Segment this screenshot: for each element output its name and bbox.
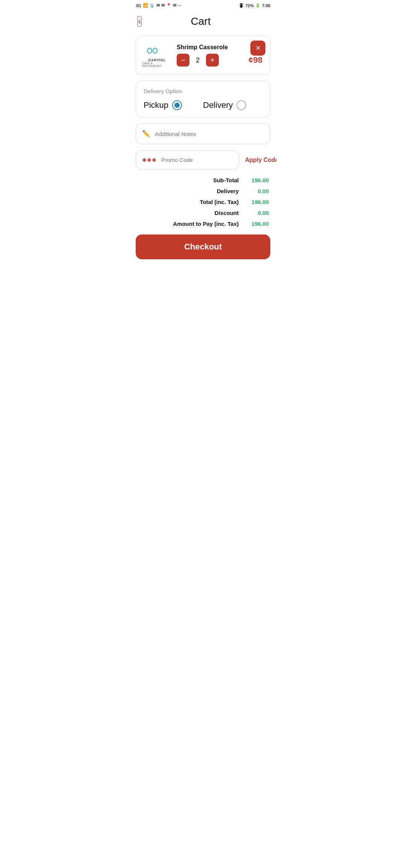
summary-label: Delivery	[217, 188, 239, 194]
apply-code-button[interactable]: Apply Code	[244, 154, 276, 166]
item-price: ¢98	[248, 55, 264, 65]
mail-icon-3: ✉	[173, 3, 176, 8]
pencil-icon: ✏️	[142, 130, 150, 138]
pickup-radio[interactable]	[172, 100, 182, 110]
qty-controls: − 2 + ¢98	[177, 54, 264, 67]
more-icon: ···	[178, 3, 181, 8]
summary-row: Total (inc. Tax)196.00	[137, 199, 269, 205]
pickup-label: Pickup	[144, 100, 168, 110]
delivery-label: Delivery	[203, 100, 233, 110]
restaurant-subtext: CAFE & RESTAURANT	[142, 62, 172, 67]
summary-row: Delivery0.00	[137, 188, 269, 194]
promo-icon: ✱✱✱	[142, 157, 157, 163]
summary-value: 0.00	[246, 210, 269, 216]
summary-label: Discount	[215, 210, 239, 216]
network-indicator: 3G	[136, 3, 141, 8]
restaurant-logo: CAPITOL CAFE & RESTAURANT	[142, 42, 172, 68]
status-right: 📳 72% 🔋 7:08	[239, 3, 270, 8]
mail-icon-2: ✉	[161, 3, 165, 8]
summary-label: Sub-Total	[213, 177, 239, 183]
remove-item-button[interactable]: ✕	[250, 41, 265, 56]
signal-icon: 📶	[143, 3, 148, 8]
qty-value: 2	[194, 56, 201, 64]
pickup-radio-inner	[174, 103, 180, 108]
summary-label: Amount to Pay (inc. Tax)	[173, 221, 239, 227]
delivery-option-title: Delivery Option	[144, 88, 262, 94]
cart-content: CAPITOL CAFE & RESTAURANT Shrimp Cassero…	[130, 32, 276, 269]
page-header: ‹ Cart	[130, 11, 276, 32]
order-summary: Sub-Total196.00Delivery0.00Total (inc. T…	[136, 177, 270, 227]
notes-container: ✏️	[136, 123, 270, 144]
cart-item-card: CAPITOL CAFE & RESTAURANT Shrimp Cassero…	[136, 36, 270, 75]
summary-value: 196.00	[246, 177, 269, 183]
promo-container: ✱✱✱ Apply Code	[136, 150, 270, 169]
battery-percent: 72%	[245, 3, 254, 8]
summary-value: 196.00	[246, 199, 269, 205]
restaurant-name: CAPITOL	[148, 58, 166, 62]
summary-row: Sub-Total196.00	[137, 177, 269, 183]
back-button[interactable]: ‹	[137, 16, 142, 27]
wifi-icon: 📡	[150, 3, 155, 8]
summary-value: 0.00	[246, 188, 269, 194]
promo-code-input[interactable]	[161, 157, 233, 163]
vibrate-icon: 📳	[239, 3, 244, 8]
pickup-option[interactable]: Pickup	[144, 100, 203, 110]
checkout-button[interactable]: Checkout	[136, 234, 270, 259]
time-display: 7:08	[262, 3, 270, 8]
summary-value: 196.00	[246, 221, 269, 227]
decrease-qty-button[interactable]: −	[177, 54, 189, 67]
delivery-radio[interactable]	[236, 100, 246, 110]
additional-notes-input[interactable]	[155, 131, 264, 137]
page-title: Cart	[142, 15, 260, 27]
mail-icon: ✉	[156, 3, 160, 8]
status-bar: 3G 📶 📡 ✉ ✉ 📍 ✉ ··· 📳 72% 🔋 7:08	[130, 0, 276, 11]
delivery-option-item[interactable]: Delivery	[203, 100, 262, 110]
notification-icon: 📍	[166, 3, 171, 8]
summary-label: Total (inc. Tax)	[200, 199, 239, 205]
summary-row: Amount to Pay (inc. Tax)196.00	[137, 221, 269, 227]
summary-row: Discount0.00	[137, 210, 269, 216]
status-left: 3G 📶 📡 ✉ ✉ 📍 ✉ ···	[136, 3, 181, 8]
increase-qty-button[interactable]: +	[206, 54, 219, 67]
battery-icon: 🔋	[255, 3, 261, 8]
promo-input-wrap: ✱✱✱	[136, 150, 239, 169]
delivery-options: Pickup Delivery	[144, 100, 262, 110]
delivery-option-card: Delivery Option Pickup Delivery	[136, 81, 270, 117]
